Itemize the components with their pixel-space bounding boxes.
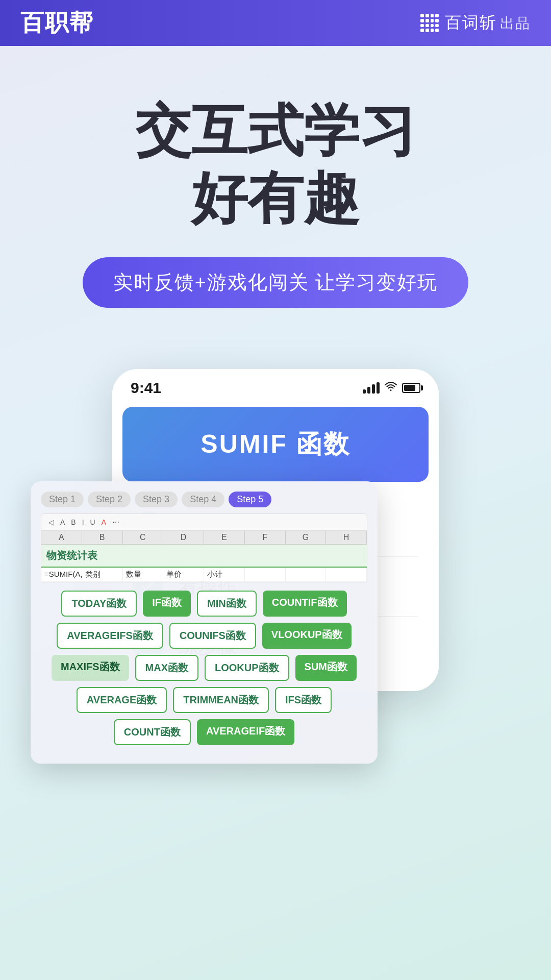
phone-status-bar: 9:41: [112, 369, 439, 402]
excel-overlay-card: Step 1 Step 2 Step 3 Step 4 Step 5 ◁ A B…: [31, 481, 378, 764]
cell-h1: [326, 568, 367, 581]
col-h: H: [326, 531, 367, 544]
func-max: MAX函数: [135, 655, 198, 681]
col-g: G: [286, 531, 327, 544]
func-vlookup: VLOOKUP函数: [262, 623, 352, 649]
toolbar-bold: B: [69, 517, 78, 527]
hero-title: 交互式学习 好有趣: [31, 97, 520, 232]
toolbar-underline: U: [88, 517, 97, 527]
func-averageif: AVERAGEIF函数: [197, 719, 294, 745]
battery-icon: [402, 383, 420, 393]
phone-status-icons: [363, 381, 420, 395]
func-sum: SUM函数: [295, 655, 357, 681]
step-2: Step 2: [88, 492, 131, 507]
hero-section: 交互式学习 好有趣 实时反馈+游戏化闯关 让学习变好玩: [0, 46, 551, 338]
step-4: Step 4: [182, 492, 224, 507]
cell-b1: 类别: [82, 568, 123, 581]
func-min: MIN函数: [197, 591, 257, 617]
step-3: Step 3: [135, 492, 178, 507]
toolbar-fontcolor: A: [99, 517, 108, 527]
function-cloud: TODAY函数 IF函数 MIN函数 COUNTIF函数 AVERAGEIFS函…: [41, 582, 367, 753]
col-b: B: [82, 531, 123, 544]
excel-column-headers: A B C D E F G H: [41, 531, 367, 545]
signal-icon: [363, 382, 380, 394]
col-f: F: [245, 531, 286, 544]
phone-banner-text: SUMIF 函数: [138, 427, 413, 461]
func-today: TODAY函数: [61, 591, 137, 617]
baicizhan-grid-icon: [420, 14, 439, 32]
wifi-icon: [385, 381, 397, 395]
func-count: COUNT函数: [114, 719, 191, 745]
cell-c1: 数量: [123, 568, 164, 581]
excel-toolbar: ◁ A B I U A ⋯: [41, 513, 367, 531]
func-averageifs: AVERAGEIFS函数: [57, 623, 163, 649]
app-header: 百职帮 百词斩出品: [0, 0, 551, 46]
func-ifs: IFS函数: [275, 687, 332, 713]
col-d: D: [163, 531, 204, 544]
func-trimmean: TRIMMEAN函数: [173, 687, 269, 713]
step-1: Step 1: [41, 492, 84, 507]
brand-name: 百词斩出品: [445, 12, 531, 34]
cell-a1: =SUMIF(A,A,A,A): [41, 568, 82, 581]
phone-time: 9:41: [131, 379, 161, 397]
app-logo: 百职帮: [20, 7, 94, 39]
hero-badge: 实时反馈+游戏化闯关 让学习变好玩: [83, 257, 469, 308]
func-lookup: LOOKUP函数: [205, 655, 289, 681]
toolbar-italic: I: [80, 517, 86, 527]
mockup-area: 9:41 SUMIF 函数: [46, 369, 505, 828]
excel-spreadsheet: A B C D E F G H 物资统计表 =SUMIF(A,A,A,A) 类别…: [41, 531, 367, 582]
toolbar-font: A: [58, 517, 67, 527]
col-e: E: [204, 531, 245, 544]
step-5: Step 5: [229, 492, 271, 507]
phone-banner: SUMIF 函数: [122, 407, 429, 482]
cell-e1: 小计: [204, 568, 245, 581]
func-maxifs: MAXIFS函数: [52, 655, 129, 681]
toolbar-more: ⋯: [110, 517, 121, 527]
excel-row-1: =SUMIF(A,A,A,A) 类别 数量 单价 小计: [41, 568, 367, 582]
col-c: C: [123, 531, 164, 544]
cell-d1: 单价: [163, 568, 204, 581]
cell-g1: [286, 568, 327, 581]
header-brand: 百词斩出品: [420, 12, 531, 34]
func-counifs: COUNIFS函数: [169, 623, 256, 649]
toolbar-back-btn: ◁: [46, 517, 56, 527]
cell-f1: [245, 568, 286, 581]
func-if: IF函数: [143, 591, 191, 617]
col-a: A: [41, 531, 82, 544]
func-average: AVERAGE函数: [77, 687, 167, 713]
steps-bar: Step 1 Step 2 Step 3 Step 4 Step 5: [41, 492, 367, 507]
func-countif: COUNTIF函数: [263, 591, 347, 617]
excel-title: 物资统计表: [41, 545, 367, 568]
